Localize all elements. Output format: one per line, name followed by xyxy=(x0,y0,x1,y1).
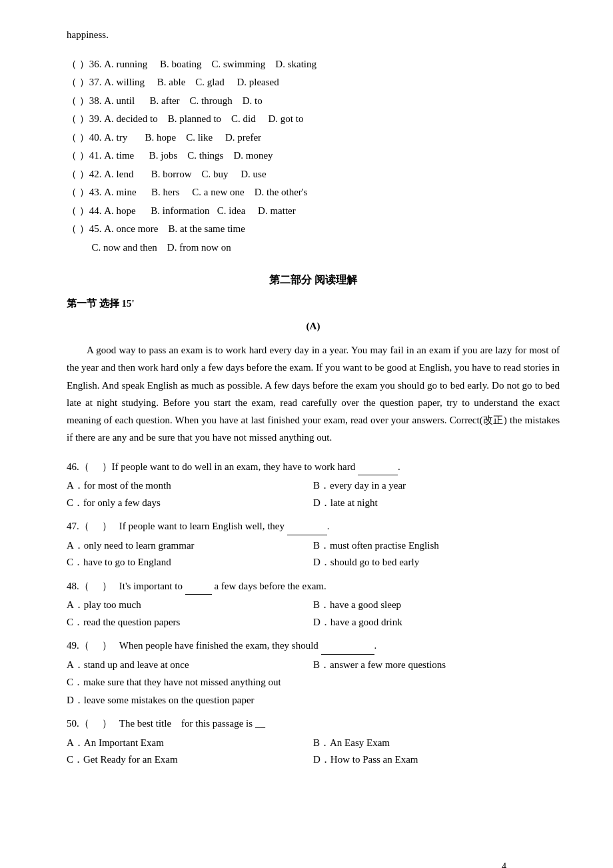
q47-opt-c: C．have to go to England xyxy=(67,554,313,571)
reading-passage: A good way to pass an exam is to work ha… xyxy=(67,341,560,447)
section1-title: 第一节 选择 15' xyxy=(67,295,560,313)
q49-opt-c: C．make sure that they have not missed an… xyxy=(67,674,560,691)
q49-number: 49.（ ） When people have finished the exa… xyxy=(67,640,376,651)
q47-opt-b: B．must often practise English xyxy=(313,537,560,555)
q46-opt-c: C．for only a few days xyxy=(67,495,313,512)
q49-options-row3: D．leave some mistakes on the question pa… xyxy=(67,692,560,709)
mc-45-line2: C. now and then D. from now on xyxy=(92,239,231,257)
q46-options: A．for most of the month B．every day in a… xyxy=(67,477,560,511)
part2-title: 第二部分 阅读理解 xyxy=(67,271,560,289)
question-47: 47.（ ） If people want to learn English w… xyxy=(67,518,560,571)
q48-opt-d: D．have a good drink xyxy=(313,614,560,631)
mc-41-label: （ ）41. A. time B. jobs C. things D. mone… xyxy=(67,147,273,165)
question-48: 48.（ ） It's important to a few days befo… xyxy=(67,578,560,631)
q47-stem: 47.（ ） If people want to learn English w… xyxy=(67,518,560,535)
mc-item-39: （ ）39. A. decided to B. planned to C. di… xyxy=(67,111,560,128)
q50-opt-b: B．An Easy Exam xyxy=(313,735,560,752)
page-content: happiness. （ ）36. A. running B. boating … xyxy=(67,27,560,769)
q46-opt-b: B．every day in a year xyxy=(313,477,560,495)
mc-item-40: （ ）40. A. try B. hope C. like D. prefer xyxy=(67,129,560,147)
q50-opt-c: C．Get Ready for an Exam xyxy=(67,751,313,769)
mc-item-37: （ ）37. A. willing B. able C. glad D. ple… xyxy=(67,74,560,91)
mc-36-label: （ ）36. A. running B. boating C. swimming… xyxy=(67,56,316,73)
q48-stem: 48.（ ） It's important to a few days befo… xyxy=(67,578,560,595)
mc-40-label: （ ）40. A. try B. hope C. like D. prefer xyxy=(67,129,261,147)
q46-number: 46.（ ）If people want to do well in an ex… xyxy=(67,461,400,472)
q48-opt-b: B．have a good sleep xyxy=(313,597,560,614)
mc-item-36: （ ）36. A. running B. boating C. swimming… xyxy=(67,56,560,73)
q48-options: A．play too much B．have a good sleep C．re… xyxy=(67,597,560,631)
question-49: 49.（ ） When people have finished the exa… xyxy=(67,637,560,709)
q49-options-row1: A．stand up and leave at once B．answer a … xyxy=(67,657,560,674)
q49-opt-b: B．answer a few more questions xyxy=(313,657,560,674)
page-number: 4 xyxy=(502,859,506,868)
mc-42-label: （ ）42. A. lend B. borrow C. buy D. use xyxy=(67,166,267,183)
mc-45-label: （ ）45. A. once more B. at the same time xyxy=(67,221,245,238)
mc-item-45: （ ）45. A. once more B. at the same time xyxy=(67,221,560,238)
q49-stem: 49.（ ） When people have finished the exa… xyxy=(67,637,560,655)
q46-stem: 46.（ ）If people want to do well in an ex… xyxy=(67,459,560,476)
mc-item-44: （ ）44. A. hope B. information C. idea D.… xyxy=(67,203,560,220)
happiness-text: happiness. xyxy=(67,29,109,40)
mc-section: （ ）36. A. running B. boating C. swimming… xyxy=(67,56,560,257)
part2-header: 第二部分 阅读理解 xyxy=(67,271,560,289)
q47-opt-a: A．only need to learn grammar xyxy=(67,537,313,555)
q48-number: 48.（ ） It's important to a few days befo… xyxy=(67,581,326,591)
q49-opt-d: D．leave some mistakes on the question pa… xyxy=(67,692,560,709)
mc-37-label: （ ）37. A. willing B. able C. glad D. ple… xyxy=(67,74,279,91)
mc-item-41: （ ）41. A. time B. jobs C. things D. mone… xyxy=(67,147,560,165)
mc-item-43: （ ）43. A. mine B. hers C. a new one D. t… xyxy=(67,184,560,201)
section-a-label: (A) xyxy=(67,318,560,335)
q50-opt-d: D．How to Pass an Exam xyxy=(313,751,560,769)
q50-stem: 50.（ ） The best title for this passage i… xyxy=(67,715,560,733)
mc-43-label: （ ）43. A. mine B. hers C. a new one D. t… xyxy=(67,184,307,201)
q47-opt-d: D．should go to bed early xyxy=(313,554,560,571)
q49-opt-a: A．stand up and leave at once xyxy=(67,657,313,674)
mc-39-label: （ ）39. A. decided to B. planned to C. di… xyxy=(67,111,303,128)
mc-44-label: （ ）44. A. hope B. information C. idea D.… xyxy=(67,203,296,220)
q46-opt-d: D．late at night xyxy=(313,495,560,512)
question-50: 50.（ ） The best title for this passage i… xyxy=(67,715,560,769)
mc-item-42: （ ）42. A. lend B. borrow C. buy D. use xyxy=(67,166,560,183)
question-46: 46.（ ）If people want to do well in an ex… xyxy=(67,459,560,512)
happiness-line: happiness. xyxy=(67,27,560,44)
q48-opt-c: C．read the question papers xyxy=(67,614,313,631)
mc-item-45-line2: C. now and then D. from now on xyxy=(67,239,560,257)
q50-opt-a: A．An Important Exam xyxy=(67,735,313,752)
q47-number: 47.（ ） If people want to learn English w… xyxy=(67,521,330,531)
q50-number: 50.（ ） The best title for this passage i… xyxy=(67,718,265,729)
q47-options: A．only need to learn grammar B．must ofte… xyxy=(67,537,560,571)
mc-38-label: （ ）38. A. until B. after C. through D. t… xyxy=(67,93,263,110)
q48-opt-a: A．play too much xyxy=(67,597,313,614)
q49-options-row2: C．make sure that they have not missed an… xyxy=(67,674,560,691)
q46-opt-a: A．for most of the month xyxy=(67,477,313,495)
mc-item-38: （ ）38. A. until B. after C. through D. t… xyxy=(67,93,560,110)
q50-options: A．An Important Exam B．An Easy Exam C．Get… xyxy=(67,735,560,769)
